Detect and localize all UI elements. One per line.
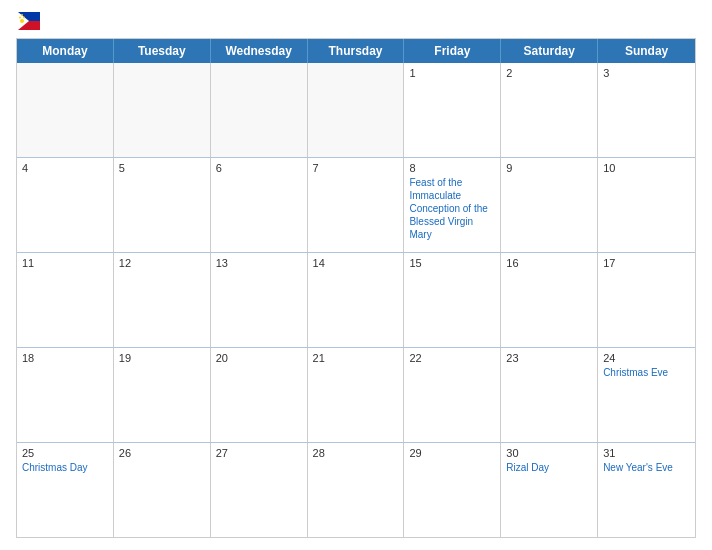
day-header-sunday: Sunday [598,39,695,63]
week-row-5: 25Christmas Day2627282930Rizal Day31New … [17,442,695,537]
day-header-wednesday: Wednesday [211,39,308,63]
day-cell: 25Christmas Day [17,443,114,537]
day-number: 31 [603,447,690,459]
svg-point-5 [23,17,25,19]
day-cell [308,63,405,157]
day-header-saturday: Saturday [501,39,598,63]
svg-point-6 [21,14,23,16]
holiday-name: Christmas Day [22,462,88,473]
day-cell: 8Feast of the Immaculate Conception of t… [404,158,501,252]
day-number: 19 [119,352,205,364]
day-number: 6 [216,162,302,174]
day-number: 27 [216,447,302,459]
day-number: 1 [409,67,495,79]
day-number: 8 [409,162,495,174]
day-cell: 28 [308,443,405,537]
day-cell: 6 [211,158,308,252]
logo-flag-icon [18,12,40,30]
day-number: 7 [313,162,399,174]
day-cell: 13 [211,253,308,347]
holiday-name: Christmas Eve [603,367,668,378]
day-number: 11 [22,257,108,269]
day-cell: 30Rizal Day [501,443,598,537]
day-cell: 3 [598,63,695,157]
day-cell: 31New Year's Eve [598,443,695,537]
day-number: 4 [22,162,108,174]
calendar: MondayTuesdayWednesdayThursdayFridaySatu… [16,38,696,538]
day-cell: 15 [404,253,501,347]
day-header-monday: Monday [17,39,114,63]
week-row-4: 18192021222324Christmas Eve [17,347,695,442]
week-row-1: 123 [17,63,695,157]
day-number: 20 [216,352,302,364]
day-number: 16 [506,257,592,269]
day-cell [211,63,308,157]
day-cell: 2 [501,63,598,157]
day-cell: 9 [501,158,598,252]
day-cell: 4 [17,158,114,252]
day-cell: 10 [598,158,695,252]
day-number: 18 [22,352,108,364]
day-number: 29 [409,447,495,459]
day-number: 26 [119,447,205,459]
week-row-3: 11121314151617 [17,252,695,347]
day-number: 14 [313,257,399,269]
day-cell: 18 [17,348,114,442]
day-cell: 16 [501,253,598,347]
day-cell [17,63,114,157]
day-number: 17 [603,257,690,269]
day-header-tuesday: Tuesday [114,39,211,63]
day-cell [114,63,211,157]
calendar-page: MondayTuesdayWednesdayThursdayFridaySatu… [0,0,712,550]
day-cell: 12 [114,253,211,347]
day-number: 13 [216,257,302,269]
day-cell: 17 [598,253,695,347]
day-cell: 14 [308,253,405,347]
logo [16,12,40,30]
day-number: 30 [506,447,592,459]
day-header-friday: Friday [404,39,501,63]
day-number: 15 [409,257,495,269]
day-cell: 23 [501,348,598,442]
day-cell: 19 [114,348,211,442]
day-number: 12 [119,257,205,269]
day-number: 25 [22,447,108,459]
day-number: 9 [506,162,592,174]
day-cell: 26 [114,443,211,537]
day-number: 22 [409,352,495,364]
day-cell: 5 [114,158,211,252]
day-number: 3 [603,67,690,79]
page-header [16,12,696,30]
day-number: 28 [313,447,399,459]
day-number: 24 [603,352,690,364]
days-header: MondayTuesdayWednesdayThursdayFridaySatu… [17,39,695,63]
calendar-body: 12345678Feast of the Immaculate Concepti… [17,63,695,537]
week-row-2: 45678Feast of the Immaculate Conception … [17,157,695,252]
day-cell: 20 [211,348,308,442]
svg-point-4 [19,17,21,19]
day-number: 2 [506,67,592,79]
holiday-name: New Year's Eve [603,462,673,473]
holiday-name: Rizal Day [506,462,549,473]
day-cell: 22 [404,348,501,442]
day-cell: 21 [308,348,405,442]
day-cell: 29 [404,443,501,537]
holiday-name: Feast of the Immaculate Conception of th… [409,177,487,240]
day-cell: 11 [17,253,114,347]
day-cell: 1 [404,63,501,157]
day-number: 5 [119,162,205,174]
day-cell: 27 [211,443,308,537]
day-header-thursday: Thursday [308,39,405,63]
day-number: 10 [603,162,690,174]
day-cell: 24Christmas Eve [598,348,695,442]
day-number: 21 [313,352,399,364]
svg-point-3 [20,19,24,23]
day-cell: 7 [308,158,405,252]
day-number: 23 [506,352,592,364]
